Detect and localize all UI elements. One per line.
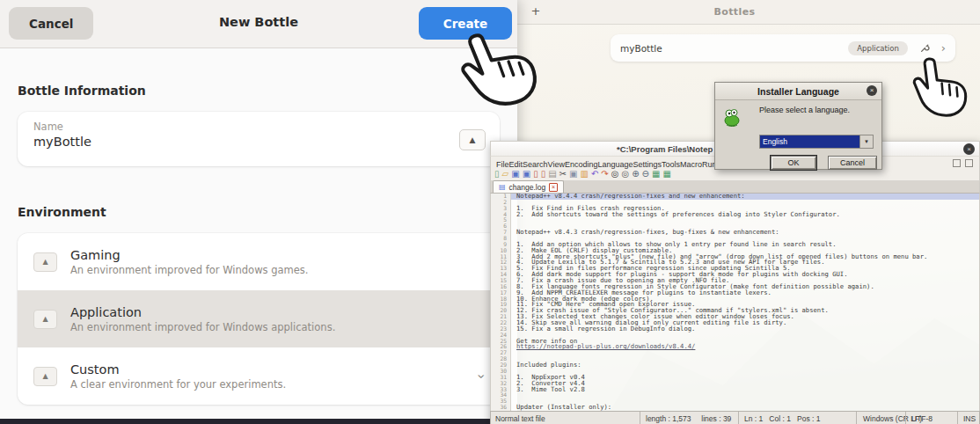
code-text: Notepad++ v8.4.4 crash/regression-fixes … <box>511 194 979 200</box>
environment-title: Application <box>70 305 335 319</box>
monitor-all-icon[interactable]: ▦ <box>662 170 670 179</box>
window-buttons <box>953 159 973 167</box>
code-text <box>511 392 979 398</box>
close-icon[interactable]: × <box>867 85 877 96</box>
menu-item[interactable]: Encoding <box>565 160 598 169</box>
gaming-icon: ▲ <box>33 252 57 272</box>
installer-message: Please select a language. <box>759 106 850 114</box>
installer-language-dialog: Installer Language × Please select a lan… <box>714 82 882 170</box>
document-icon: ▤ <box>499 183 506 191</box>
dialog-bottom-edge <box>0 419 490 424</box>
environment-row-custom[interactable]: ▲ Custom A clear environment for your ex… <box>18 347 500 405</box>
code-text <box>511 217 979 223</box>
line-number: 2 <box>491 200 511 206</box>
find-icon[interactable]: ◎ <box>611 170 619 179</box>
paste-icon[interactable]: ▥ <box>580 170 588 179</box>
line-number: 36 <box>491 405 511 411</box>
dropdown-arrow-icon[interactable]: ▼ <box>859 135 873 148</box>
name-field-value: myBottle <box>33 135 484 149</box>
line-number: 7 <box>491 230 511 236</box>
line-number: 4 <box>491 212 511 218</box>
language-select[interactable]: English ▼ <box>759 135 874 149</box>
environment-description: A clear environment for your experiments… <box>70 378 286 391</box>
replace-icon[interactable]: ◎ <box>621 170 629 179</box>
maximize-icon[interactable] <box>965 159 973 167</box>
status-file-type: Normal text file <box>495 414 545 423</box>
close-file-icon[interactable]: ▯ <box>533 170 538 179</box>
tab-close-icon[interactable]: × <box>549 183 558 192</box>
copy-icon[interactable]: ▣ <box>569 170 577 179</box>
menu-item[interactable]: Edit <box>509 160 523 169</box>
cut-icon[interactable]: ✂ <box>559 170 567 179</box>
undo-icon[interactable]: ↶ <box>591 170 598 179</box>
notepad-plus-plus-logo <box>722 106 743 131</box>
npp-statusbar: Normal text file length : 1,573 lines : … <box>490 411 980 424</box>
menu-item[interactable]: Search <box>523 160 548 169</box>
chevron-down-icon[interactable]: › <box>473 374 489 379</box>
status-cursor: Ln : 1 Col : 1 Pos : 1 <box>744 414 820 423</box>
line-number: 1 <box>491 194 511 200</box>
menu-item[interactable]: Macro <box>680 160 702 169</box>
monitor-icon[interactable]: ▦ <box>652 170 660 179</box>
code-text <box>511 350 979 356</box>
environment-description: An environment improved for Windows game… <box>70 264 308 276</box>
code-line: 26 https://notepad-plus-plus.org/downloa… <box>491 344 979 350</box>
menu-item[interactable]: Language <box>597 160 633 169</box>
menu-item[interactable]: File <box>496 160 509 169</box>
open-folder-icon[interactable]: ▱ <box>502 170 509 179</box>
ok-button[interactable]: OK <box>771 156 816 170</box>
status-length: length : 1,573 lines : 39 <box>646 414 731 423</box>
zoom-in-icon[interactable]: ⊕ <box>632 170 639 179</box>
code-line: 5 <box>491 217 979 223</box>
bottle-name: myBottle <box>620 43 662 54</box>
application-icon: ▲ <box>33 310 57 329</box>
print-icon[interactable]: ▤ <box>548 170 556 179</box>
bottle-information-heading: Bottle Information <box>18 84 500 98</box>
bottle-name-field[interactable]: Name myBottle ▲ <box>18 112 500 166</box>
line-number: 3 <box>491 206 511 212</box>
close-all-icon[interactable]: ▯ <box>541 170 546 179</box>
code-text <box>511 356 979 362</box>
code-text <box>511 333 979 339</box>
minimize-icon[interactable] <box>953 159 961 167</box>
zoom-out-icon[interactable]: ⊖ <box>642 170 649 179</box>
installer-cancel-button[interactable]: Cancel <box>828 156 877 170</box>
installer-titlebar: Installer Language × <box>715 83 881 100</box>
npp-window-title: *C:\Program Files\Notep <box>617 144 713 154</box>
custom-icon: ▲ <box>33 367 57 386</box>
close-icon[interactable]: × <box>963 143 975 155</box>
save-icon[interactable]: ▣ <box>511 170 519 179</box>
bottle-list-item[interactable]: myBottle Application › <box>611 34 955 62</box>
wrench-icon[interactable] <box>919 43 930 54</box>
code-text: Included plugins: <box>511 362 979 369</box>
code-line: 29 Included plugins: <box>491 362 979 369</box>
environment-title: Custom <box>70 362 286 376</box>
environment-row-application[interactable]: ▲ Application An environment improved fo… <box>18 290 500 347</box>
code-text: https://notepad-plus-plus.org/downloads/… <box>511 344 979 350</box>
menu-item[interactable]: Settings <box>633 160 662 169</box>
new-bottle-dialog: Cancel New Bottle Create Bottle Informat… <box>0 0 517 419</box>
random-name-icon[interactable]: ▲ <box>459 129 486 150</box>
npp-editor: 1 Notepad++ v8.4.4 crash/regression-fixe… <box>490 194 980 411</box>
line-number: 6 <box>491 223 511 230</box>
code-text: Updater (Installer only): <box>511 405 979 411</box>
line-number: 8 <box>491 236 511 242</box>
menu-item[interactable]: Tools <box>662 160 680 169</box>
new-file-icon[interactable]: ▯ <box>494 170 500 179</box>
code-text: 15. Fix a small regression in DebugInfo … <box>511 326 979 333</box>
code-line: 1 Notepad++ v8.4.4 crash/regression-fixe… <box>491 194 979 200</box>
code-line: 33 3. Mime Tool v2.8 <box>491 387 979 393</box>
notepad-plus-plus-window: *C:\Program Files\Notep × FileEditSearch… <box>490 141 980 424</box>
menu-item[interactable]: View <box>548 160 565 169</box>
tab-label: change.log <box>509 183 546 192</box>
environment-row-gaming[interactable]: ▲ Gaming An environment improved for Win… <box>18 233 500 290</box>
tab-change-log[interactable]: ▤ change.log × <box>493 180 564 193</box>
environment-heading: Environment <box>18 205 500 219</box>
redo-icon[interactable]: ↷ <box>601 170 608 179</box>
code-line: 36 Updater (Installer only): <box>491 405 979 411</box>
code-line: 23 15. Fix a small regression in DebugIn… <box>491 326 979 333</box>
code-text: 2. Add shortcuts toward the settings of … <box>511 212 979 218</box>
environment-description: An environment improved for Windows appl… <box>70 321 335 333</box>
save-all-icon[interactable]: ▣ <box>523 170 530 179</box>
environment-list: ▲ Gaming An environment improved for Win… <box>18 233 500 405</box>
